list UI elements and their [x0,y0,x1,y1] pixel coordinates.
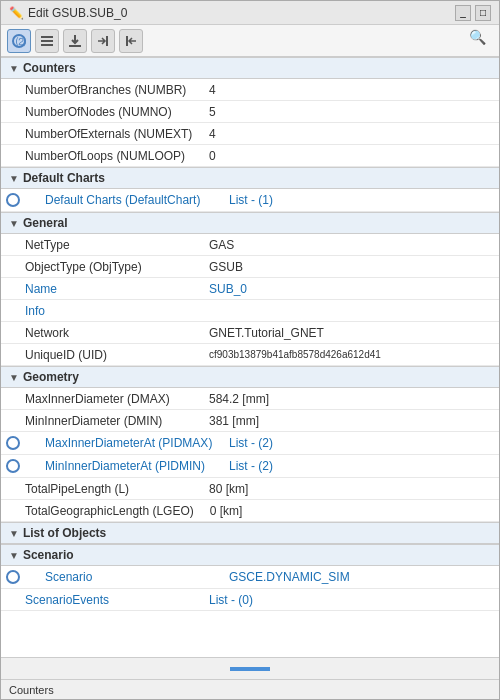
prop-value-dmin: 381 [mm] [201,412,499,430]
title-bar: ✏️ Edit GSUB.SUB_0 _ □ [1,1,499,25]
prop-name-info[interactable]: Info [1,302,201,320]
section-geometry-label: Geometry [23,370,79,384]
table-row: NumberOfBranches (NUMBR) 4 [1,79,499,101]
prop-name-pidmin[interactable]: MinInnerDiameterAt (PIDMIN) [21,457,221,475]
counters-collapse-icon: ▼ [9,63,19,74]
section-default-charts-label: Default Charts [23,171,105,185]
prop-name-pidmax[interactable]: MaxInnerDiameterAt (PIDMAX) [21,434,221,452]
prop-value-objecttype: GSUB [201,258,499,276]
default-charts-collapse-icon: ▼ [9,173,19,184]
prop-value-totalpipe: 80 [km] [201,480,499,498]
pidmin-row-icon [1,455,21,477]
prop-name-objecttype: ObjectType (ObjType) [1,258,201,276]
download-button[interactable] [63,29,87,53]
prop-value-network: GNET.Tutorial_GNET [201,324,499,342]
section-list-objects-label: List of Objects [23,526,106,540]
prop-value-lgeo: 0 [km] [202,502,499,520]
table-row: MinInnerDiameter (DMIN) 381 [mm] [1,410,499,432]
table-row: Scenario GSCE.DYNAMIC_SIM [1,566,499,589]
scroll-indicator [230,667,270,671]
prop-name-scenario[interactable]: Scenario [21,568,221,586]
prop-name-loops: NumberOfLoops (NUMLOOP) [1,147,201,165]
status-label: Counters [9,684,54,696]
prop-name-nodes: NumberOfNodes (NUMNO) [1,103,201,121]
prop-value-uniqueid: cf903b13879b41afb8578d426a612d41 [201,347,499,362]
table-row: TotalGeographicLength (LGEO) 0 [km] [1,500,499,522]
section-default-charts-header[interactable]: ▼ Default Charts [1,167,499,189]
prop-name-totalpipe: TotalPipeLength (L) [1,480,201,498]
table-row: NumberOfExternals (NUMEXT) 4 [1,123,499,145]
section-counters-header[interactable]: ▼ Counters [1,57,499,79]
edit-icon: ✏️ [9,6,24,20]
table-row: NumberOfNodes (NUMNO) 5 [1,101,499,123]
maximize-button[interactable]: □ [475,5,491,21]
table-row: UniqueID (UID) cf903b13879b41afb8578d426… [1,344,499,366]
title-bar-left: ✏️ Edit GSUB.SUB_0 [9,6,127,20]
prop-name-lgeo: TotalGeographicLength (LGEO) [1,502,202,520]
prop-value-nettype: GAS [201,236,499,254]
search-button[interactable]: 🔍 [469,29,493,53]
download-icon [67,33,83,49]
prop-value-branches: 4 [201,81,499,99]
list-button[interactable] [35,29,59,53]
prop-value-externals: 4 [201,125,499,143]
table-row: NumberOfLoops (NUMLOOP) 0 [1,145,499,167]
prop-name-dmax: MaxInnerDiameter (DMAX) [1,390,201,408]
prop-name-dmin: MinInnerDiameter (DMIN) [1,412,201,430]
section-list-objects-header[interactable]: ▼ List of Objects [1,522,499,544]
import-button[interactable] [91,29,115,53]
general-collapse-icon: ▼ [9,218,19,229]
table-row: ScenarioEvents List - (0) [1,589,499,611]
prop-value-scenario-events[interactable]: List - (0) [201,591,499,609]
prop-value-scenario[interactable]: GSCE.DYNAMIC_SIM [221,568,499,586]
import-icon [95,33,111,49]
prop-value-pidmin[interactable]: List - (2) [221,457,499,475]
prop-name-default-chart[interactable]: Default Charts (DefaultChart) [21,191,221,209]
prop-name-scenario-events[interactable]: ScenarioEvents [1,591,201,609]
section-scenario-header[interactable]: ▼ Scenario [1,544,499,566]
prop-name-uniqueid: UniqueID (UID) [1,346,201,364]
bottom-label: Counters [1,679,499,699]
section-counters-label: Counters [23,61,76,75]
scenario-row-icon [1,566,21,588]
section-scenario-label: Scenario [23,548,74,562]
table-row: TotalPipeLength (L) 80 [km] [1,478,499,500]
back-button[interactable]: ⑵ [7,29,31,53]
table-row: MaxInnerDiameter (DMAX) 584.2 [mm] [1,388,499,410]
table-row: Network GNET.Tutorial_GNET [1,322,499,344]
svg-rect-4 [41,44,53,46]
svg-text:⑵: ⑵ [16,36,26,47]
prop-value-name[interactable]: SUB_0 [201,280,499,298]
prop-name-nettype: NetType [1,236,201,254]
geometry-collapse-icon: ▼ [9,372,19,383]
svg-rect-2 [41,36,53,38]
prop-value-pidmax[interactable]: List - (2) [221,434,499,452]
prop-name-name[interactable]: Name [1,280,201,298]
list-icon [39,33,55,49]
properties-panel[interactable]: ▼ Counters NumberOfBranches (NUMBR) 4 Nu… [1,57,499,657]
main-window: ✏️ Edit GSUB.SUB_0 _ □ ⑵ [0,0,500,700]
table-row: ObjectType (ObjType) GSUB [1,256,499,278]
table-row: MinInnerDiameterAt (PIDMIN) List - (2) [1,455,499,478]
window-title: Edit GSUB.SUB_0 [28,6,127,20]
prop-value-nodes: 5 [201,103,499,121]
section-geometry-header[interactable]: ▼ Geometry [1,366,499,388]
prop-value-default-chart[interactable]: List - (1) [221,191,499,209]
table-row: Name SUB_0 [1,278,499,300]
prop-name-branches: NumberOfBranches (NUMBR) [1,81,201,99]
back-icon: ⑵ [11,33,27,49]
export-button[interactable] [119,29,143,53]
section-general-label: General [23,216,68,230]
section-general-header[interactable]: ▼ General [1,212,499,234]
prop-value-info [201,309,499,313]
table-row: Info [1,300,499,322]
title-bar-controls: _ □ [455,5,491,21]
prop-name-network: Network [1,324,201,342]
prop-name-externals: NumberOfExternals (NUMEXT) [1,125,201,143]
default-charts-row-icon [1,189,21,211]
pidmax-row-icon [1,432,21,454]
minimize-button[interactable]: _ [455,5,471,21]
table-row: Default Charts (DefaultChart) List - (1) [1,189,499,212]
toolbar: ⑵ [1,25,499,57]
circle-indicator-icon [6,436,20,450]
